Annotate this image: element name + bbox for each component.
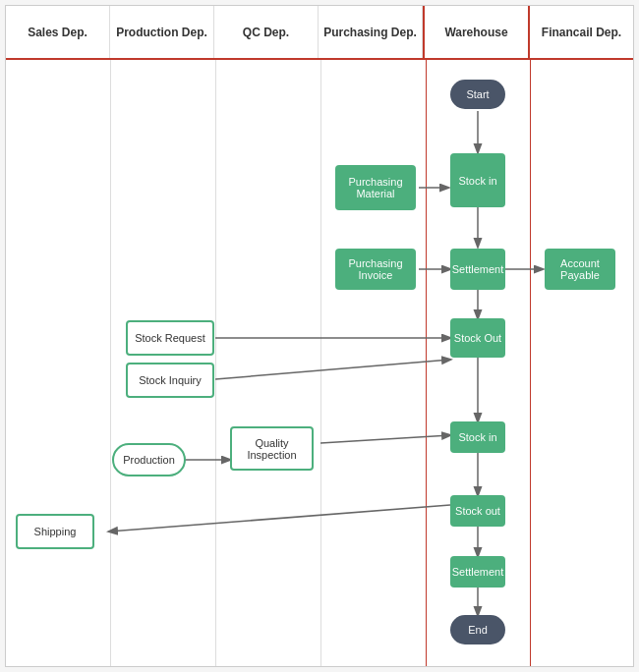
stock-in-1-node: Stock in bbox=[450, 153, 505, 207]
settlement-1-node: Settlement bbox=[450, 249, 505, 290]
stock-out-1-node: Stock Out bbox=[450, 318, 505, 358]
header-production: Production Dep. bbox=[110, 6, 214, 58]
header-sales: Sales Dep. bbox=[6, 6, 110, 58]
svg-line-10 bbox=[320, 435, 450, 443]
vline-red-left bbox=[426, 60, 427, 667]
diagram-container: Sales Dep. Production Dep. QC Dep. Purch… bbox=[5, 5, 634, 667]
swimlane-area: Start Stock in Purchasing Material Purch… bbox=[6, 60, 633, 667]
stock-in-2-node: Stock in bbox=[450, 421, 505, 453]
stock-inquiry-node: Stock Inquiry bbox=[126, 363, 214, 398]
header-purchasing: Purchasing Dep. bbox=[319, 6, 423, 58]
account-payable-node: Account Payable bbox=[545, 249, 615, 290]
vline-1 bbox=[110, 60, 111, 667]
purchasing-invoice-node: Purchasing Invoice bbox=[335, 249, 416, 290]
arrow-layer bbox=[6, 60, 633, 667]
header-financial: Financail Dep. bbox=[530, 6, 633, 58]
stock-request-node: Stock Request bbox=[126, 320, 214, 356]
header-qc: QC Dep. bbox=[214, 6, 319, 58]
svg-line-13 bbox=[109, 505, 450, 532]
shipping-node: Shipping bbox=[16, 514, 94, 549]
vline-red-right bbox=[530, 60, 531, 667]
vline-2 bbox=[215, 60, 216, 667]
svg-line-7 bbox=[215, 360, 450, 379]
production-node: Production bbox=[112, 443, 186, 476]
vline-3 bbox=[320, 60, 321, 667]
stock-out-2-node: Stock out bbox=[450, 495, 505, 527]
start-node: Start bbox=[450, 80, 505, 109]
purchasing-material-node: Purchasing Material bbox=[335, 165, 416, 210]
quality-inspection-node: Quality Inspection bbox=[230, 426, 314, 471]
header-row: Sales Dep. Production Dep. QC Dep. Purch… bbox=[6, 6, 633, 60]
settlement-2-node: Settlement bbox=[450, 556, 505, 588]
header-warehouse: Warehouse bbox=[423, 6, 530, 58]
end-node: End bbox=[450, 615, 505, 644]
